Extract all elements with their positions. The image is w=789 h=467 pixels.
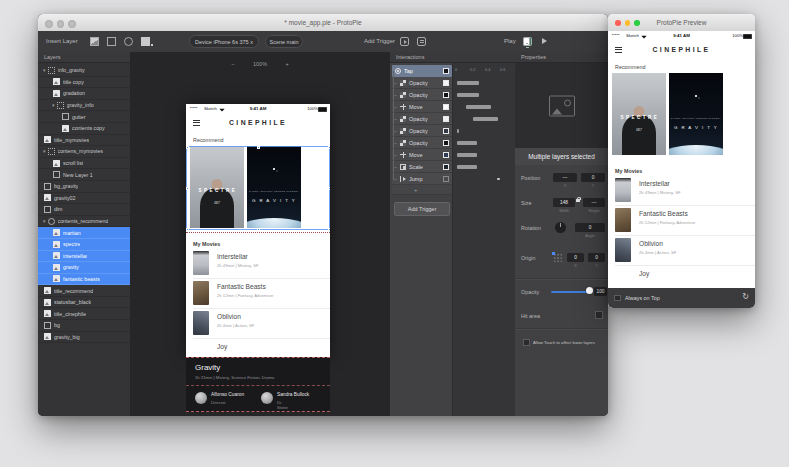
response-row-move-6[interactable]: Move — [392, 149, 452, 161]
layer-item-title_cinephile[interactable]: title_cinephile — [38, 308, 130, 320]
response-row-opacity-5[interactable]: Opacity — [392, 137, 452, 149]
layer-item-gutter[interactable]: gutter — [38, 111, 130, 123]
timeline-jump-marker[interactable] — [497, 178, 500, 181]
zoom-out-button[interactable]: − — [231, 58, 234, 70]
expander-icon[interactable]: ▾ — [43, 148, 46, 154]
add-response-icon[interactable] — [417, 37, 426, 46]
layer-item-gravity[interactable]: gravity — [38, 262, 130, 274]
layer-item-contents-copy[interactable]: contents copy — [38, 123, 130, 135]
timeline-bar[interactable] — [457, 141, 477, 145]
trigger-row-tap[interactable]: Tap — [392, 65, 452, 77]
timeline-bar[interactable] — [457, 81, 479, 85]
movie-row-fantastic-beasts[interactable]: Fantastic Beasts 2h 12min | Fantasy, Adv… — [193, 278, 330, 309]
layer-item-title_mymovies[interactable]: title_mymovies — [38, 135, 130, 147]
preview-device-icon[interactable] — [523, 37, 530, 46]
movie-row-oblivion[interactable]: Oblivion 2h 4min | Action, SF — [193, 308, 330, 339]
poster-carousel[interactable]: S P E C T R E 007 SANDRA BULLOCK GEORGE … — [612, 73, 755, 155]
origin-grid[interactable] — [553, 253, 562, 262]
timeline-bar[interactable] — [457, 153, 477, 157]
layer-item-new-layer-1[interactable]: New Layer 1 — [38, 169, 130, 181]
poster-martian[interactable]: MARTIAN — [304, 146, 330, 228]
poster-carousel[interactable]: S P E C T R E 007 SANDRA BULLOCK GEORGE … — [190, 146, 330, 228]
layer-item-fantastic-beasts[interactable]: fantastic beasts — [38, 274, 130, 286]
insert-oval-icon[interactable] — [124, 37, 133, 46]
layer-item-dim[interactable]: dim — [38, 204, 130, 216]
add-trigger-icon[interactable] — [400, 37, 409, 46]
width-field[interactable]: 148 — [553, 198, 575, 207]
insert-text-icon[interactable] — [141, 37, 150, 46]
poster-spectre[interactable]: S P E C T R E 007 — [612, 73, 666, 155]
opacity-slider[interactable] — [551, 291, 590, 293]
angle-field[interactable]: 0 — [575, 223, 605, 232]
hit-area-swatch[interactable] — [595, 311, 603, 319]
layer-item-statusbar_black[interactable]: statusbar_black — [38, 297, 130, 309]
layer-item-martian[interactable]: martian — [38, 227, 130, 239]
zoom-value[interactable]: 100% — [253, 58, 267, 70]
movie-row-oblivion[interactable]: Oblivion 2h 4min | Action, SF — [615, 235, 755, 266]
poster-spectre[interactable]: S P E C T R E 007 — [190, 146, 244, 228]
layer-item-bg_gravity[interactable]: bg_gravity — [38, 181, 130, 193]
origin-y-field[interactable]: 0 — [588, 253, 605, 262]
layer-item-gravity_big[interactable]: gravity_big — [38, 332, 130, 344]
response-row-opacity-3[interactable]: Opacity — [392, 113, 452, 125]
position-x-field[interactable]: --- — [553, 173, 577, 182]
layer-item-title-copy[interactable]: title copy — [38, 77, 130, 89]
movie-row-interstellar[interactable]: Interstellar 2h 49min | Mistery, SF — [615, 175, 755, 206]
selection-handle[interactable] — [186, 228, 189, 231]
main-title-bar[interactable]: * movie_app.pie - ProtoPie — [38, 14, 608, 32]
expander-icon[interactable]: ▾ — [43, 218, 46, 224]
response-row-opacity-1[interactable]: Opacity — [392, 89, 452, 101]
zoom-in-button[interactable]: + — [285, 58, 288, 70]
layer-item-gravity_info[interactable]: ▾gravity_info — [38, 100, 130, 112]
opacity-field[interactable]: 100 — [594, 287, 607, 296]
layer-item-scroll-list[interactable]: scroll list — [38, 158, 130, 170]
allow-touch-checkbox[interactable] — [523, 339, 530, 346]
timeline-bar[interactable] — [473, 117, 498, 121]
response-row-opacity-0[interactable]: Opacity — [392, 77, 452, 89]
selection-handle[interactable] — [186, 187, 189, 190]
movie-row-joy[interactable]: Joy — [193, 338, 330, 357]
scene-selector[interactable]: Scene main — [265, 35, 303, 48]
layer-item-bg[interactable]: bg — [38, 320, 130, 332]
layer-item-info_gravity[interactable]: ▾info_gravity — [38, 65, 130, 77]
timeline-bar[interactable] — [466, 105, 491, 109]
origin-x-field[interactable]: 0 — [567, 253, 584, 262]
run-icon[interactable] — [540, 37, 549, 46]
timeline-bar[interactable] — [457, 129, 459, 133]
device-selector[interactable]: Device iPhone 6s 375 x 667 @2x — [189, 35, 259, 48]
timeline-bar[interactable] — [457, 165, 477, 169]
movie-row-interstellar[interactable]: Interstellar 2h 49min | Mistery, SF — [193, 248, 330, 279]
movie-row-fantastic-beasts[interactable]: Fantastic Beasts 2h 12min | Fantasy, Adv… — [615, 205, 755, 236]
layer-item-contents_recommend[interactable]: ▾contents_recommend — [38, 216, 130, 228]
poster-martian[interactable]: MARTIAN — [726, 73, 755, 155]
gravity-detail-overlay[interactable]: Gravity 1h 31min | Mistery, Science Fict… — [186, 357, 330, 412]
layer-item-gradation[interactable]: gradation — [38, 88, 130, 100]
layer-item-gravity02[interactable]: gravity02 — [38, 193, 130, 205]
always-on-top-checkbox[interactable] — [614, 295, 621, 302]
position-y-field[interactable]: 0 — [581, 173, 605, 182]
refresh-icon[interactable]: ↻ — [742, 292, 749, 301]
lock-aspect-icon[interactable] — [576, 199, 580, 202]
response-row-move-2[interactable]: Move — [392, 101, 452, 113]
expander-icon[interactable]: ▾ — [52, 102, 55, 108]
layer-item-title_recommend[interactable]: title_recommend — [38, 285, 130, 297]
insert-rectangle-icon[interactable] — [107, 37, 116, 46]
response-row-scale-7[interactable]: Scale — [392, 161, 452, 173]
height-field[interactable]: --- — [583, 198, 605, 207]
add-response-row[interactable]: + — [392, 185, 452, 195]
preview-title-bar[interactable]: ProtoPie Preview — [608, 14, 755, 32]
canvas-phone-mockup[interactable]: ••••• Sketch 9:41 AM 100% CINEPHILE Reco… — [186, 104, 330, 357]
preview-phone-screen[interactable]: ••••• Sketch 9:41 AM 100% CINEPHILE Reco… — [608, 31, 755, 308]
expander-icon[interactable]: ▾ — [43, 67, 46, 73]
layer-item-contens_mymovies[interactable]: ▾contens_mymovies — [38, 146, 130, 158]
insert-image-icon[interactable] — [90, 37, 99, 46]
response-row-opacity-4[interactable]: Opacity — [392, 125, 452, 137]
layer-item-spectre[interactable]: spectre — [38, 239, 130, 251]
timeline[interactable]: 00.20.40.60.8 — [452, 63, 515, 416]
canvas[interactable]: − 100% + ••••• Sketch 9:41 AM 100% CINEP… — [130, 52, 390, 416]
timeline-bar[interactable] — [457, 93, 479, 97]
poster-gravity[interactable]: SANDRA BULLOCK GEORGE CLOONEY G R A V I … — [669, 73, 723, 155]
add-trigger-button[interactable]: Add Trigger — [394, 202, 450, 216]
selection-handle[interactable] — [186, 146, 189, 149]
opacity-slider-knob[interactable] — [586, 287, 593, 294]
